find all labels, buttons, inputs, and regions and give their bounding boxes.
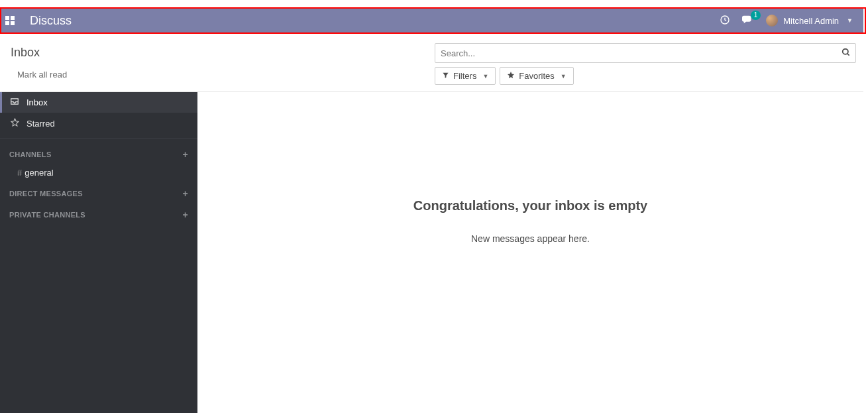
sidebar-group-channels[interactable]: CHANNELS + (0, 143, 197, 164)
favorites-label: Favorites (519, 71, 554, 81)
filters-button[interactable]: Filters ▼ (435, 67, 496, 85)
svg-rect-2 (5, 21, 9, 25)
content-area: Congratulations, your inbox is empty New… (197, 92, 863, 413)
avatar (766, 15, 778, 27)
sidebar-channel-general[interactable]: #general (0, 164, 197, 182)
sidebar-item-inbox[interactable]: Inbox (0, 92, 197, 113)
top-nav: Discuss 1 Mitchell Admin ▼ (0, 9, 863, 32)
svg-line-6 (847, 53, 849, 55)
chevron-down-icon: ▼ (482, 73, 488, 80)
hash-icon: # (17, 168, 22, 178)
empty-state-subtitle: New messages appear here. (471, 233, 590, 244)
apps-icon[interactable] (0, 16, 20, 25)
chevron-down-icon: ▼ (847, 17, 853, 24)
sidebar-item-label: Starred (27, 119, 55, 129)
sidebar: Inbox Starred CHANNELS + #general DIRECT… (0, 92, 197, 413)
user-menu[interactable]: Mitchell Admin ▼ (766, 15, 853, 27)
sidebar-group-label: DIRECT MESSAGES (9, 190, 83, 198)
sidebar-group-label: CHANNELS (9, 150, 52, 158)
plus-icon[interactable]: + (183, 149, 188, 160)
inbox-icon (9, 97, 20, 107)
sidebar-group-direct-messages[interactable]: DIRECT MESSAGES + (0, 182, 197, 203)
search-icon[interactable] (837, 48, 855, 59)
messages-icon[interactable]: 1 (742, 15, 754, 27)
control-bar: Inbox Mark all read Filters ▼ Favorites … (0, 32, 863, 92)
activity-icon[interactable] (720, 15, 730, 27)
favorites-button[interactable]: Favorites ▼ (500, 67, 573, 85)
messages-badge: 1 (751, 11, 761, 20)
svg-point-5 (843, 48, 848, 54)
funnel-icon (442, 71, 449, 81)
filters-label: Filters (453, 71, 476, 81)
sidebar-item-starred[interactable]: Starred (0, 113, 197, 134)
chevron-down-icon: ▼ (561, 73, 567, 80)
search-box[interactable] (435, 43, 856, 63)
star-icon (9, 118, 20, 129)
plus-icon[interactable]: + (183, 188, 188, 199)
svg-rect-1 (11, 16, 15, 20)
divider (0, 138, 197, 139)
plus-icon[interactable]: + (183, 209, 188, 220)
user-name: Mitchell Admin (783, 16, 839, 26)
page-title: Inbox (11, 46, 40, 60)
app-title[interactable]: Discuss (30, 14, 72, 28)
sidebar-group-private-channels[interactable]: PRIVATE CHANNELS + (0, 203, 197, 224)
channel-label: general (25, 168, 53, 178)
sidebar-group-label: PRIVATE CHANNELS (9, 211, 85, 219)
svg-rect-0 (5, 16, 9, 20)
sidebar-item-label: Inbox (27, 97, 48, 107)
mark-all-read-button[interactable]: Mark all read (17, 70, 67, 80)
search-input[interactable] (435, 48, 837, 58)
svg-rect-3 (11, 21, 15, 25)
star-icon (507, 71, 515, 81)
empty-state-title: Congratulations, your inbox is empty (413, 198, 647, 213)
